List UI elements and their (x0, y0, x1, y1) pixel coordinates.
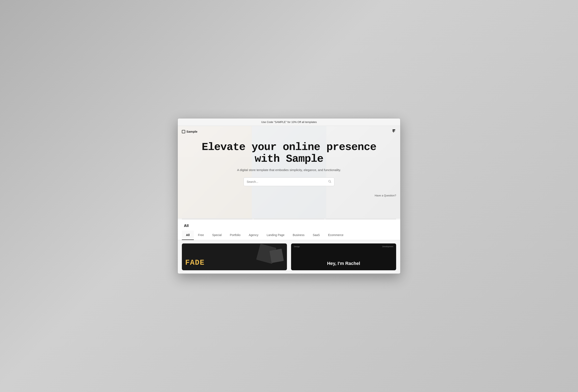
tab-free[interactable]: Free (194, 230, 208, 240)
have-question-link[interactable]: Have a Question? (178, 192, 400, 200)
category-tab-bar: AllFreeSpecialPortfolioAgencyLanding Pag… (178, 230, 400, 240)
hero-content: Elevate your online presence with Sample… (178, 137, 400, 192)
section-label: All (178, 219, 400, 230)
tab-saas[interactable]: SaaS (309, 230, 324, 240)
hero-nav: Sample (178, 126, 400, 137)
templates-section: FADE Design Development Hey, I'm Rachel (178, 240, 400, 274)
rachel-nav-design: Design (294, 246, 300, 248)
rachel-nav-development: Development (382, 246, 393, 248)
svg-point-0 (329, 180, 331, 182)
search-bar[interactable] (243, 177, 335, 186)
divider-seg-2 (253, 219, 324, 219)
tab-ecommerce[interactable]: Ecommerce (324, 230, 348, 240)
template-card-rachel[interactable]: Design Development Hey, I'm Rachel (291, 243, 396, 270)
hero-title: Elevate your online presence with Sample (186, 141, 392, 165)
hero-subtitle: A digital store template that embodies s… (186, 168, 392, 172)
tab-all[interactable]: All (182, 230, 194, 240)
framer-icon[interactable] (392, 129, 396, 134)
templates-grid: FADE Design Development Hey, I'm Rachel (182, 243, 396, 270)
search-input[interactable] (247, 180, 326, 183)
logo-icon-box (182, 130, 185, 133)
divider-seg-3 (325, 219, 396, 219)
fade-card-content: FADE (182, 243, 287, 270)
template-card-fade[interactable]: FADE (182, 243, 287, 270)
tab-special[interactable]: Special (208, 230, 226, 240)
divider-seg-1 (182, 219, 253, 219)
tab-agency[interactable]: Agency (245, 230, 263, 240)
svg-line-1 (330, 182, 331, 183)
site-logo[interactable]: Sample (182, 130, 197, 133)
search-icon (328, 180, 331, 184)
rachel-nav: Design Development (291, 243, 396, 250)
promo-text: Use Code "SAMPLE" for 10% Off all templa… (261, 121, 317, 124)
tab-business[interactable]: Business (289, 230, 309, 240)
rachel-hero-text: Hey, I'm Rachel (291, 261, 396, 266)
hero-section: Sample Elevate your online presence with… (178, 126, 400, 219)
logo-text: Sample (186, 130, 197, 133)
tab-landing-page[interactable]: Landing Page (263, 230, 289, 240)
fade-template-title: FADE (185, 259, 205, 267)
browser-window: Use Code "SAMPLE" for 10% Off all templa… (178, 118, 400, 274)
promo-bar: Use Code "SAMPLE" for 10% Off all templa… (178, 118, 400, 126)
tab-portfolio[interactable]: Portfolio (226, 230, 245, 240)
